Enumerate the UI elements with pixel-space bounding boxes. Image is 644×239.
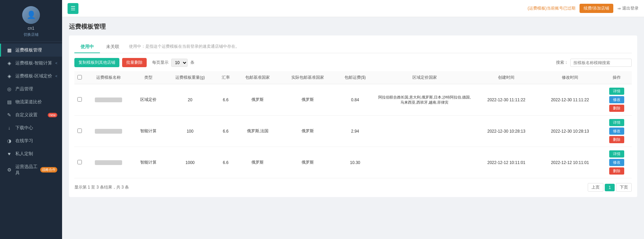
strategy-badge: 战略合作 (40, 167, 57, 173)
select-all-checkbox[interactable] (77, 75, 82, 79)
sidebar-username: cn1 (28, 26, 34, 31)
col-zone-countries: 区域定价国家 (375, 71, 475, 84)
switch-store-link[interactable]: 切换店铺 (24, 32, 39, 37)
detail-button-1[interactable]: 详情 (609, 119, 624, 126)
row-checkbox-0[interactable] (77, 97, 82, 102)
copy-template-button[interactable]: 复制模板到其他店铺 (74, 58, 119, 67)
sidebar-item-label: 下载中心 (15, 125, 57, 131)
table-row: 区域定价 20 6.6 俄罗斯 俄罗斯 0.84 阿拉伯联合酋长国,意大利,俄罗… (74, 84, 632, 116)
freight-zone-icon: ◈ (6, 73, 13, 79)
row-zone-countries-0: 阿拉伯联合酋长国,意大利,俄罗斯,日本,沙特阿拉伯,德国,马来西亚,西班牙,越南… (375, 84, 475, 116)
batch-delete-button[interactable]: 批量删除 (122, 58, 147, 67)
col-type: 类型 (132, 71, 164, 84)
col-freight: 包邮运费($) (335, 71, 375, 84)
logout-arrow-icon: ⇒ (617, 6, 621, 11)
sidebar-item-label: 运费模板-智能计算 (15, 60, 55, 66)
table-footer: 显示第 1 至 3 条结果，共 3 条 上页 1 下页 (74, 183, 632, 192)
row-actions-2: 详情 修改 删除 (602, 147, 632, 178)
row-modified-0: 2022-12-30 11:11:22 (538, 84, 602, 116)
col-created: 创建时间 (474, 71, 538, 84)
row-base-country-2: 俄罗斯 (236, 147, 280, 178)
sidebar-item-freight-smart[interactable]: ◈ 运费模板-智能计算 < (0, 57, 62, 70)
renew-button[interactable]: 续费/添加店铺 (580, 4, 613, 13)
expired-notice: (运费模板)当前账号已过期 (528, 5, 575, 11)
tab-description: 使用中：是指这个运费模板在当前登录的速卖通店铺中存在。 (129, 41, 239, 53)
row-checkbox-cell (74, 116, 85, 147)
tools-icon: ⚙ (6, 167, 13, 173)
sidebar-item-tools[interactable]: ⚙ 运营选品工具 战略合作 (0, 160, 62, 179)
sidebar-item-product[interactable]: ◎ 产品管理 (0, 83, 62, 95)
topbar-right: (运费模板)当前账号已过期 续费/添加店铺 ⇒ 退出登录 (528, 4, 639, 13)
product-icon: ◎ (6, 86, 13, 92)
row-name-2 (85, 147, 132, 178)
download-icon: ↓ (6, 125, 13, 131)
edit-button-2[interactable]: 修改 (609, 159, 624, 166)
content-area: 运费模板管理 使用中 未关联 使用中：是指这个运费模板在当前登录的速卖通店铺中存… (62, 17, 644, 239)
tab-in-use[interactable]: 使用中 (74, 41, 100, 53)
sidebar: 👤 cn1 切换店铺 ▦ 运费模板管理 ◈ 运费模板-智能计算 < ◈ 运费模板… (0, 0, 62, 239)
detail-button-0[interactable]: 详情 (609, 88, 624, 95)
search-label: 搜索： (556, 60, 568, 65)
avatar-image: 👤 (22, 6, 40, 24)
search-area: 搜索： (556, 59, 632, 67)
main-area: ☰ (运费模板)当前账号已过期 续费/添加店铺 ⇒ 退出登录 运费模板管理 使用… (62, 0, 644, 239)
row-weight-2: 1000 (164, 147, 216, 178)
sidebar-item-download[interactable]: ↓ 下载中心 (0, 121, 62, 134)
freight-template-icon: ▦ (6, 47, 13, 53)
prev-page-button[interactable]: 上页 (588, 183, 603, 192)
tab-unlinked[interactable]: 未关联 (100, 41, 126, 53)
row-created-2: 2022-12-12 10:11:01 (474, 147, 538, 178)
row-name-0 (85, 84, 132, 116)
row-modified-2: 2022-12-12 10:11:01 (538, 147, 602, 178)
search-input[interactable] (570, 59, 632, 67)
row-rate-2: 6.6 (216, 147, 236, 178)
tab-bar: 使用中 未关联 使用中：是指这个运费模板在当前登录的速卖通店铺中存在。 (74, 41, 632, 53)
row-actual-country-2: 俄罗斯 (280, 147, 336, 178)
result-summary: 显示第 1 至 3 条结果，共 3 条 (74, 184, 129, 190)
chevron-icon: < (55, 61, 57, 65)
row-checkbox-1[interactable] (77, 129, 82, 133)
row-name-1 (85, 116, 132, 147)
row-checkbox-2[interactable] (77, 160, 82, 164)
row-zone-countries-2 (375, 147, 475, 178)
avatar: 👤 (22, 6, 40, 24)
edit-button-1[interactable]: 修改 (609, 128, 624, 135)
sidebar-item-label: 在线学习 (15, 138, 57, 144)
sidebar-nav: ▦ 运费模板管理 ◈ 运费模板-智能计算 < ◈ 运费模板-区域定价 < ◎ 产… (0, 42, 62, 239)
menu-button[interactable]: ☰ (68, 3, 78, 14)
row-weight-1: 100 (164, 116, 216, 147)
row-created-1: 2022-12-30 10:28:13 (474, 116, 538, 147)
edit-button-0[interactable]: 修改 (609, 96, 624, 103)
col-rate: 汇率 (216, 71, 236, 84)
sidebar-item-logistics[interactable]: ▤ 物流渠道比价 (0, 95, 62, 108)
col-weight: 运费模板重量(g) (164, 71, 216, 84)
sidebar-item-freight-template[interactable]: ▦ 运费模板管理 (0, 44, 62, 57)
row-base-country-1: 俄罗斯,法国 (236, 116, 280, 147)
blurred-name (95, 98, 122, 102)
heart-icon: ♥ (6, 151, 13, 156)
blurred-name (95, 129, 122, 134)
per-page-select[interactable]: 10 20 50 (171, 59, 188, 67)
page-1-button[interactable]: 1 (605, 184, 615, 191)
sidebar-item-custom-made[interactable]: ♥ 私人定制 (0, 147, 62, 160)
delete-button-2[interactable]: 删除 (609, 167, 624, 175)
new-badge: new (48, 113, 57, 117)
logout-button[interactable]: ⇒ 退出登录 (617, 5, 639, 11)
col-actual-country: 实际包邮基准国家 (280, 71, 336, 84)
sidebar-item-custom-settings[interactable]: ✎ 自定义设置 new (0, 108, 62, 121)
delete-button-0[interactable]: 删除 (609, 105, 624, 112)
sidebar-item-learning[interactable]: ◑ 在线学习 (0, 134, 62, 147)
sidebar-item-freight-zone[interactable]: ◈ 运费模板-区域定价 < (0, 70, 62, 83)
row-rate-1: 6.6 (216, 116, 236, 147)
row-type-1: 智能计算 (132, 116, 164, 147)
row-actions-0: 详情 修改 删除 (602, 84, 632, 116)
row-actions-1: 详情 修改 删除 (602, 116, 632, 147)
next-page-button[interactable]: 下页 (616, 183, 632, 192)
sidebar-item-label: 私人定制 (15, 151, 57, 157)
table-row: 智能计算 1000 6.6 俄罗斯 俄罗斯 10.30 2022-12-12 1… (74, 147, 632, 178)
delete-button-1[interactable]: 删除 (609, 136, 624, 143)
detail-button-2[interactable]: 详情 (609, 150, 624, 158)
row-freight-1: 2.94 (335, 116, 375, 147)
row-type-0: 区域定价 (132, 84, 164, 116)
row-freight-0: 0.84 (335, 84, 375, 116)
